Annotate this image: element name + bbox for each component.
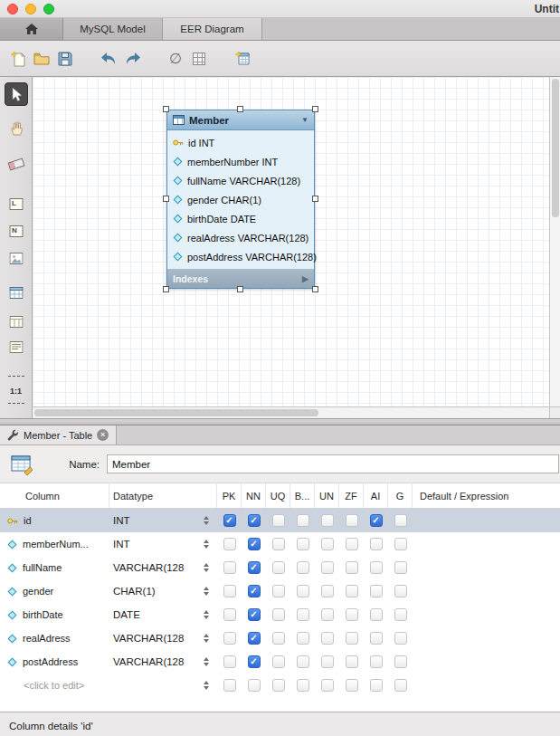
datatype-cell[interactable]: VARCHAR(128 — [109, 650, 217, 674]
diagram-canvas[interactable]: Member ▼ id INTmemberNumber INTfullName … — [33, 77, 560, 418]
redo-button[interactable] — [121, 47, 143, 71]
checkbox-pk[interactable] — [223, 632, 236, 645]
new-document-button[interactable] — [7, 47, 29, 71]
checkbox-binary[interactable] — [297, 632, 309, 645]
column-row[interactable]: idINT✓✓✓ — [0, 509, 560, 532]
checkbox-un[interactable] — [321, 585, 334, 597]
checkbox-ai[interactable] — [370, 608, 383, 621]
checkbox-nn[interactable] — [248, 679, 261, 692]
checkbox-g[interactable] — [394, 679, 407, 692]
header-default-expression[interactable]: Default / Expression — [413, 483, 560, 508]
checkbox-ai[interactable] — [370, 561, 383, 574]
view-tool[interactable] — [9, 316, 23, 328]
checkbox-ai[interactable] — [370, 655, 383, 668]
datatype-stepper[interactable] — [204, 540, 209, 549]
selection-handle[interactable] — [237, 106, 243, 112]
default-expression-cell[interactable] — [413, 556, 560, 579]
datatype-cell[interactable]: VARCHAR(128 — [109, 556, 217, 579]
default-expression-cell[interactable] — [413, 650, 560, 674]
checkbox-binary[interactable] — [297, 585, 309, 597]
table-tool[interactable] — [9, 287, 23, 299]
diagram-field[interactable]: id INT — [167, 133, 314, 152]
checkbox-binary[interactable] — [297, 679, 309, 692]
checkbox-g[interactable] — [394, 655, 407, 668]
checkbox-nn[interactable]: ✓ — [248, 585, 261, 597]
relationship-1-1-tool[interactable]: 1:1 — [10, 387, 22, 396]
checkbox-binary[interactable] — [297, 608, 309, 621]
home-tab[interactable] — [0, 18, 63, 40]
diagram-table-member[interactable]: Member ▼ id INTmemberNumber INTfullName … — [166, 110, 315, 289]
checkbox-g[interactable] — [394, 608, 407, 621]
checkbox-uq[interactable] — [272, 561, 285, 574]
default-expression-cell[interactable] — [413, 532, 560, 556]
relationship-tool-dash-2[interactable] — [8, 403, 24, 404]
diagram-field[interactable]: gender CHAR(1) — [167, 190, 314, 209]
selection-handle[interactable] — [163, 196, 169, 202]
checkbox-zf[interactable] — [346, 655, 358, 668]
canvas-horizontal-scrollbar[interactable] — [33, 406, 549, 418]
selection-handle[interactable] — [163, 106, 169, 112]
datatype-stepper[interactable] — [204, 634, 209, 643]
checkbox-zf[interactable] — [346, 585, 358, 597]
column-name-cell[interactable]: fullName — [0, 556, 109, 579]
checkbox-zf[interactable] — [346, 679, 358, 692]
checkbox-ai[interactable]: ✓ — [370, 514, 383, 527]
image-tool[interactable] — [9, 253, 23, 264]
datatype-stepper[interactable] — [204, 587, 209, 596]
datatype-cell[interactable]: INT — [109, 532, 217, 556]
checkbox-g[interactable] — [394, 561, 407, 574]
checkbox-pk[interactable] — [223, 585, 236, 597]
diagram-field[interactable]: postAddress VARCHAR(128) — [167, 247, 314, 266]
eraser-tool[interactable] — [8, 160, 24, 168]
header-ai[interactable]: AI — [364, 483, 388, 508]
close-window-button[interactable] — [7, 4, 18, 14]
checkbox-uq[interactable] — [272, 585, 285, 597]
selection-tool[interactable] — [5, 82, 28, 106]
checkbox-g[interactable] — [394, 585, 407, 597]
checkbox-g[interactable] — [394, 514, 407, 527]
checkbox-zf[interactable] — [346, 538, 358, 550]
checkbox-binary[interactable] — [297, 655, 309, 668]
header-un[interactable]: UN — [315, 483, 339, 508]
layer-tool[interactable]: L — [9, 198, 23, 210]
checkbox-un[interactable] — [321, 655, 334, 668]
checkbox-nn[interactable]: ✓ — [248, 561, 261, 574]
checkbox-zf[interactable] — [346, 514, 358, 527]
diagram-indexes-section[interactable]: Indexes ▶ — [167, 269, 314, 288]
checkbox-uq[interactable] — [272, 655, 285, 668]
zoom-reset-button[interactable]: ∅ — [165, 47, 186, 71]
column-name-cell[interactable]: gender — [0, 579, 109, 603]
column-row[interactable]: fullNameVARCHAR(128✓ — [0, 556, 560, 579]
checkbox-zf[interactable] — [346, 561, 358, 574]
note-tool[interactable]: N — [9, 225, 23, 237]
header-datatype[interactable]: Datatype — [109, 483, 217, 508]
checkbox-uq[interactable] — [272, 632, 285, 645]
checkbox-nn[interactable]: ✓ — [248, 655, 261, 668]
default-expression-cell[interactable] — [413, 509, 560, 532]
datatype-cell[interactable] — [109, 674, 217, 697]
column-name-cell[interactable]: realAdress — [0, 626, 109, 650]
checkbox-ai[interactable] — [370, 585, 383, 597]
collapse-caret-icon[interactable]: ▼ — [301, 116, 308, 124]
zoom-window-button[interactable] — [43, 4, 54, 14]
column-row[interactable]: <click to edit> — [0, 674, 560, 697]
datatype-stepper[interactable] — [204, 681, 209, 690]
header-pk[interactable]: PK — [217, 483, 242, 508]
column-name-cell[interactable]: birthDate — [0, 603, 109, 626]
column-name-cell[interactable]: id — [0, 509, 109, 532]
column-row[interactable]: postAddressVARCHAR(128✓ — [0, 650, 560, 674]
editor-tab-member-table[interactable]: Member - Table × — [0, 425, 117, 444]
checkbox-nn[interactable]: ✓ — [248, 608, 261, 621]
header-binary[interactable]: B... — [290, 483, 315, 508]
datatype-stepper[interactable] — [204, 657, 209, 666]
column-row[interactable]: realAdressVARCHAR(128✓ — [0, 626, 560, 650]
checkbox-g[interactable] — [394, 632, 407, 645]
scrollbar-thumb[interactable] — [552, 79, 559, 217]
checkbox-binary[interactable] — [297, 561, 309, 574]
tab-eer-diagram[interactable]: EER Diagram — [163, 18, 262, 40]
checkbox-un[interactable] — [321, 632, 334, 645]
canvas-vertical-scrollbar[interactable] — [549, 77, 560, 406]
default-expression-cell[interactable] — [413, 603, 560, 626]
datatype-stepper[interactable] — [204, 610, 209, 619]
header-column[interactable]: Column — [0, 483, 109, 508]
